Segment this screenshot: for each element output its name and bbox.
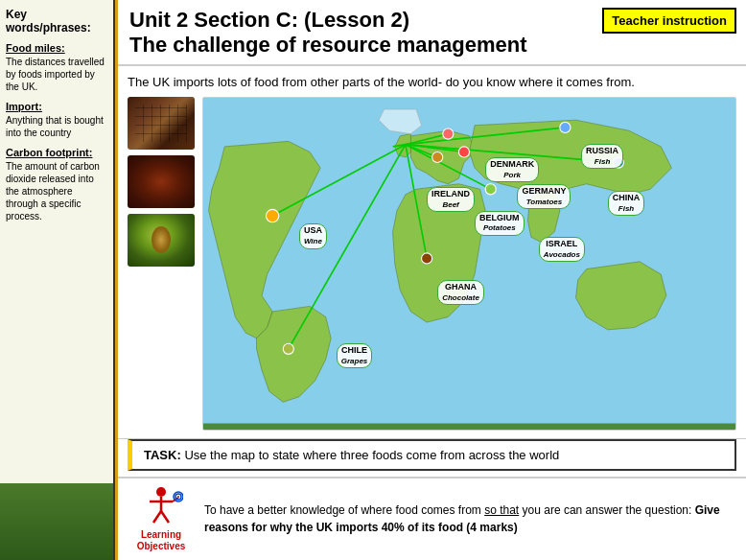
main-content: Unit 2 Section C: (Lesson 2) The challen… — [115, 0, 746, 560]
vocab-def-import: Anything that is bought into the country — [6, 114, 107, 139]
map-label-israel: ISRAEL Avocados — [539, 237, 585, 262]
task-prefix: TASK: — [144, 448, 181, 462]
vocab-term-food-miles: Food miles: — [6, 42, 107, 54]
header: Unit 2 Section C: (Lesson 2) The challen… — [118, 0, 746, 66]
svg-point-28 — [177, 496, 179, 498]
task-bar: TASK: Use the map to state where three f… — [128, 439, 736, 471]
map-svg — [203, 98, 735, 430]
sidebar-title: Key words/phrases: — [6, 8, 107, 35]
map-label-denmark: DENMARK Pork — [485, 157, 539, 182]
map-label-chile: CHILE Grapes — [337, 343, 373, 368]
svg-point-18 — [422, 253, 432, 264]
lo-text-before: To have a better knowledge of where food… — [204, 503, 484, 517]
lo-underline-text: so that — [484, 503, 519, 517]
map-label-belgium: BELGIUM Potatoes — [475, 211, 525, 236]
svg-point-15 — [432, 152, 443, 162]
svg-point-20 — [156, 487, 166, 497]
map-label-usa: USA Wine — [299, 223, 327, 248]
svg-line-23 — [153, 511, 161, 523]
learning-objectives: Learning Objectives To have a better kno… — [118, 477, 746, 560]
svg-point-19 — [283, 343, 293, 354]
lo-text: To have a better knowledge of where food… — [204, 502, 736, 536]
lo-text-middle: you are can answer the question: — [519, 503, 694, 517]
vocab-term-import: Import: — [6, 101, 107, 112]
svg-point-11 — [266, 209, 278, 222]
vocab-def-food-miles: The distances travelled by foods importe… — [6, 56, 107, 93]
task-text: Use the map to state where three foods c… — [181, 448, 560, 462]
food-images-column — [128, 97, 195, 431]
map-label-ghana: GHANA Chocolate — [437, 280, 484, 305]
map-intro-text: The UK imports lots of food from other p… — [128, 74, 736, 91]
map-label-germany: GERMANY Tomatoes — [517, 184, 571, 209]
world-map-container: DENMARK Pork RUSSIA Fish IRELAND Beef — [202, 97, 736, 431]
svg-point-14 — [458, 147, 469, 157]
meat-image — [128, 155, 195, 208]
world-map: DENMARK Pork RUSSIA Fish IRELAND Beef — [202, 97, 736, 431]
sidebar: Key words/phrases: Food miles: The dista… — [0, 0, 115, 560]
learning-objectives-icon — [140, 484, 183, 527]
map-label-ireland: IRELAND Beef — [427, 187, 475, 212]
vocab-term-carbon: Carbon footprint: — [6, 147, 107, 158]
teacher-instruction-button[interactable]: Teacher instruction — [602, 8, 736, 34]
lo-icon-container: Learning Objectives — [128, 484, 195, 552]
map-label-china: CHINA Fish — [608, 191, 645, 216]
map-section: The UK imports lots of food from other p… — [118, 66, 746, 439]
page-title-line2: The challenge of resource management — [129, 33, 734, 58]
lo-icon-label: Learning Objectives — [128, 529, 195, 552]
content-area: The UK imports lots of food from other p… — [118, 66, 746, 560]
chocolate-image — [128, 97, 195, 150]
map-label-russia: RUSSIA Fish — [581, 144, 623, 169]
svg-point-13 — [560, 122, 571, 132]
svg-point-17 — [485, 184, 496, 195]
avocado-image — [128, 214, 195, 267]
svg-point-12 — [443, 128, 454, 139]
svg-line-24 — [161, 511, 169, 523]
vocab-def-carbon: The amount of carbon dioxide released in… — [6, 160, 107, 222]
